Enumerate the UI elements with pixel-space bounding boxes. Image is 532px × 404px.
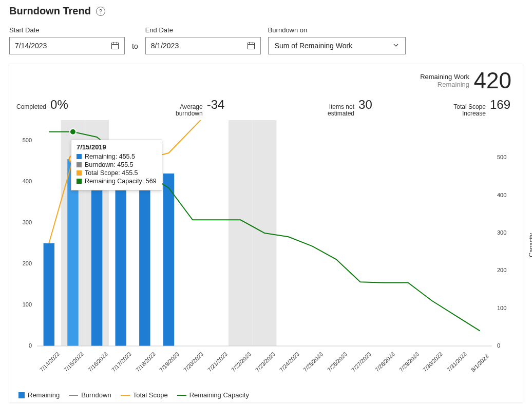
y-left-tick: 100 (16, 301, 32, 307)
x-tick: 7/27/2023 (350, 351, 372, 373)
total-scope-increase-label: Total Scope Increase (453, 104, 486, 117)
y-left-tick: 400 (16, 178, 32, 184)
svg-rect-4 (248, 43, 254, 49)
chart-legend: Remaining Burndown Total Scope Remaining… (18, 391, 249, 399)
end-date-label: End Date (145, 26, 261, 34)
x-tick: 7/19/2023 (158, 351, 180, 373)
y-right-tick: 500 (497, 154, 512, 160)
legend-remaining-capacity[interactable]: Remaining Capacity (177, 391, 249, 399)
start-date-input[interactable]: 7/14/2023 (9, 37, 125, 54)
burndown-on-label: Burndown on (268, 26, 406, 34)
chevron-down-icon (393, 42, 399, 50)
legend-total-scope[interactable]: Total Scope (121, 391, 168, 399)
x-tick: 7/18/2023 (135, 351, 157, 373)
burndown-on-select[interactable]: Sum of Remaining Work (268, 37, 406, 54)
items-not-estimated-label: Items not estimated (328, 104, 354, 117)
total-scope-increase-value: 169 (490, 98, 510, 112)
calendar-icon[interactable] (111, 42, 119, 50)
legend-remaining[interactable]: Remaining (18, 391, 60, 399)
legend-burndown[interactable]: Burndown (69, 391, 111, 399)
x-tick: 7/15/2023 (63, 351, 85, 373)
y-right-tick: 200 (497, 267, 512, 273)
svg-rect-17 (163, 174, 174, 346)
x-tick: 7/22/2023 (230, 351, 252, 373)
y-right-tick: 300 (497, 229, 512, 236)
legend-swatch (69, 395, 78, 396)
to-label: to (132, 42, 138, 54)
x-tick: 7/30/2023 (422, 351, 444, 373)
y-right-tick: 0 (497, 342, 512, 349)
x-tick: 7/28/2023 (374, 351, 396, 373)
x-tick: 7/14/2023 (39, 351, 61, 373)
legend-swatch (18, 392, 25, 398)
x-tick: 8/1/2023 (470, 353, 490, 373)
x-tick: 7/23/2023 (254, 351, 276, 373)
start-date-label: Start Date (9, 26, 125, 34)
chart-tooltip: 7/15/2019 Remaining: 455.5Burndown: 455.… (71, 140, 162, 190)
x-tick: 7/21/2023 (206, 351, 229, 373)
y-left-tick: 300 (16, 219, 32, 225)
completed-value: 0% (50, 98, 68, 112)
y-right-tick: 100 (497, 305, 512, 311)
avg-burndown-label: Average burndown (176, 104, 203, 117)
chart-card: Remaining Work Remaining 420 Completed 0… (9, 64, 523, 402)
x-tick: 7/25/2023 (302, 351, 324, 373)
x-tick: 7/20/2023 (182, 351, 204, 373)
legend-swatch (121, 395, 130, 396)
end-date-input[interactable]: 8/1/2023 (145, 37, 261, 54)
svg-rect-10 (229, 120, 253, 346)
right-axis-title: Capacity (528, 233, 532, 257)
help-icon[interactable]: ? (96, 7, 105, 16)
svg-rect-0 (112, 43, 119, 49)
y-left-tick: 0 (16, 342, 32, 349)
x-tick: 7/26/2023 (326, 351, 348, 373)
svg-rect-12 (44, 243, 54, 346)
x-tick: 7/31/2023 (446, 351, 468, 373)
y-left-tick: 500 (16, 137, 32, 143)
y-left-tick: 200 (16, 260, 32, 266)
x-tick: 7/16/2023 (87, 351, 109, 373)
items-not-estimated-value: 30 (358, 98, 372, 112)
legend-swatch (177, 395, 186, 396)
completed-label: Completed (16, 104, 46, 110)
svg-point-19 (70, 129, 76, 135)
remaining-work-labels: Remaining Work Remaining (420, 73, 469, 88)
x-tick: 7/17/2023 (110, 351, 132, 373)
end-date-value: 8/1/2023 (151, 42, 179, 50)
remaining-work-value: 420 (474, 68, 511, 93)
avg-burndown-value: -34 (207, 98, 225, 112)
page-title: Burndown Trend (9, 5, 91, 17)
burndown-on-value: Sum of Remaining Work (275, 42, 352, 50)
start-date-value: 7/14/2023 (15, 42, 47, 50)
tooltip-date: 7/15/2019 (77, 143, 157, 151)
x-tick: 7/29/2023 (398, 351, 420, 373)
x-tick: 7/24/2023 (278, 351, 300, 373)
calendar-icon[interactable] (247, 42, 255, 50)
y-right-tick: 400 (497, 192, 512, 198)
